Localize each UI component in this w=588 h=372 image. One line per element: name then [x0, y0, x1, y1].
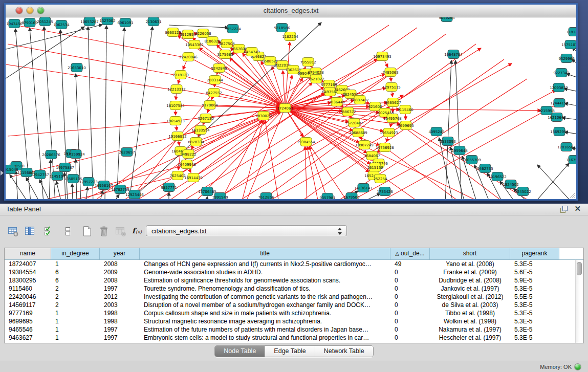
network-node[interactable]: 16055709 — [463, 156, 481, 164]
cell-pagerank[interactable]: 5.3E-5 — [510, 317, 559, 325]
cell-pagerank[interactable]: 5.3E-5 — [510, 301, 559, 309]
network-node[interactable]: 1167534 — [566, 156, 576, 164]
network-node[interactable]: 16409948 — [178, 160, 196, 169]
network-node[interactable]: 12093832 — [550, 83, 568, 92]
network-node[interactable]: 9465627 — [385, 98, 401, 107]
cell-title[interactable]: Changes of HCN gene expression and I(f) … — [140, 260, 390, 268]
cell-name[interactable]: 19384554 — [5, 268, 51, 276]
network-node[interactable]: 8660123 — [165, 28, 181, 37]
scrollbar-thumb[interactable] — [577, 262, 582, 275]
network-node[interactable]: 252254 — [374, 174, 387, 183]
network-node[interactable]: 2226058 — [195, 29, 211, 38]
network-node[interactable]: 1724063 — [277, 104, 293, 113]
network-node[interactable]: 7485063 — [382, 68, 398, 77]
select-all-columns-icon[interactable] — [43, 225, 55, 237]
network-node[interactable]: 9115460 — [397, 105, 413, 114]
cell-year[interactable]: 1997 — [100, 285, 140, 293]
network-window-titlebar[interactable]: citations_edges.txt — [6, 5, 576, 17]
cell-short[interactable]: Dudbridge et al. (2008) — [430, 276, 510, 285]
cell-name[interactable]: 9777169 — [5, 309, 51, 317]
network-node[interactable]: 19654923 — [166, 117, 185, 125]
cell-in_degree[interactable]: 6 — [51, 268, 100, 276]
cell-name[interactable]: 9463627 — [5, 334, 51, 342]
cell-short[interactable]: Franke et al. (2009) — [430, 268, 510, 276]
cell-in_degree[interactable]: 1 — [51, 317, 100, 325]
network-node[interactable]: 7957224 — [225, 25, 241, 33]
network-node[interactable]: 8790169 — [21, 18, 37, 27]
tab-network-table[interactable]: Network Table — [315, 346, 373, 357]
cell-pagerank[interactable]: 5.3E-5 — [510, 309, 559, 317]
network-view-window[interactable]: citations_edges.txt 17240632242004692428… — [4, 3, 578, 201]
network-node[interactable]: 2620657 — [119, 148, 135, 157]
cell-pagerank[interactable]: 5.5E-5 — [510, 293, 559, 301]
cell-in_degree[interactable]: 6 — [51, 276, 100, 285]
network-node[interactable]: 1924502 — [503, 180, 518, 189]
table-row[interactable]: 1938455462009Genome-wide association stu… — [5, 268, 583, 276]
cell-short[interactable]: de Silva et al. (2003) — [430, 301, 510, 309]
network-node[interactable]: 22420046 — [179, 53, 198, 61]
cell-in_degree[interactable]: 1 — [51, 309, 100, 317]
network-node[interactable]: 1062534 — [53, 20, 70, 29]
column-header-short[interactable]: short — [430, 248, 510, 259]
network-node[interactable]: 18107584 — [166, 101, 185, 110]
delete-table-disabled-icon[interactable] — [115, 225, 127, 237]
network-node[interactable]: 12444158 — [550, 99, 569, 107]
cell-pagerank[interactable]: 5.3E-5 — [510, 260, 559, 268]
cell-in_degree[interactable]: 1 — [51, 334, 100, 342]
cell-pagerank[interactable]: 5.9E-5 — [510, 276, 559, 285]
cell-name[interactable]: 22420046 — [5, 293, 51, 301]
cell-out_de[interactable]: 0 — [390, 317, 430, 325]
cell-title[interactable]: Genome-wide association studies in ADHD. — [140, 268, 390, 276]
tab-edge-table[interactable]: Edge Table — [265, 346, 314, 357]
network-node[interactable]: 6961091 — [117, 18, 133, 27]
table-scrollbar[interactable] — [575, 260, 583, 343]
tab-node-table[interactable]: Node Table — [215, 346, 265, 357]
network-node[interactable]: 16914479 — [184, 173, 203, 182]
cell-year[interactable]: 2008 — [100, 260, 140, 268]
cell-out_de[interactable]: 0 — [390, 268, 430, 276]
cell-name[interactable]: 18300295 — [5, 276, 51, 285]
cell-year[interactable]: 1997 — [100, 334, 140, 342]
cell-pagerank[interactable]: 5.3E-5 — [510, 325, 559, 334]
network-node[interactable]: 3175685 — [217, 50, 233, 59]
cell-title[interactable]: Embryonic stem cells: a model to study s… — [140, 334, 390, 342]
network-node[interactable]: 7625402 — [169, 171, 185, 180]
cell-year[interactable]: 2012 — [100, 293, 140, 301]
cell-title[interactable]: Structural magnetic resonance image aver… — [140, 317, 390, 325]
table-row[interactable]: 946362711997Embryonic stem cells: a mode… — [5, 334, 583, 342]
network-node[interactable]: 9699695 — [398, 121, 413, 130]
network-node[interactable]: 19756928 — [376, 143, 394, 152]
table-row[interactable]: 969969511998Structural magnetic resonanc… — [5, 317, 583, 325]
network-node[interactable]: 1830029 — [255, 112, 271, 120]
cell-out_de[interactable]: 0 — [390, 276, 430, 285]
cell-in_degree[interactable]: 1 — [51, 260, 100, 268]
cell-name[interactable]: 9115460 — [5, 285, 51, 293]
network-node[interactable]: 8454749 — [244, 48, 259, 56]
network-node[interactable]: 10653287 — [80, 17, 99, 26]
network-node[interactable]: 1182254 — [282, 32, 298, 41]
network-node[interactable]: 2130631 — [145, 17, 161, 26]
network-node[interactable]: 1733426 — [377, 187, 393, 196]
cell-year[interactable]: 1998 — [100, 317, 140, 325]
network-node[interactable]: 1991549 — [212, 193, 228, 200]
network-canvas[interactable]: 1724063224200469242848271812028031441221… — [6, 17, 576, 199]
network-node[interactable]: 1679505 — [343, 193, 359, 200]
cell-out_de[interactable]: 0 — [390, 309, 430, 317]
cell-in_degree[interactable]: 2 — [51, 301, 100, 309]
cell-pagerank[interactable]: 5.3E-5 — [510, 285, 559, 293]
column-header-year[interactable]: year — [100, 248, 140, 259]
cell-in_degree[interactable]: 2 — [51, 293, 100, 301]
network-node[interactable]: 9218586 — [274, 24, 290, 32]
cell-short[interactable]: Hescheler et al. (1997) — [430, 334, 510, 342]
network-node[interactable]: 2803144 — [207, 76, 223, 84]
network-node[interactable]: 9170064 — [202, 101, 218, 110]
citation-network-graph[interactable]: 1724063224200469242848271812028031441221… — [6, 17, 576, 199]
cell-year[interactable]: 2003 — [100, 301, 140, 309]
network-node[interactable]: 19166852 — [168, 132, 187, 141]
network-node[interactable]: 2718120 — [172, 71, 188, 79]
network-node[interactable]: 9857771 — [161, 183, 177, 192]
show-columns-icon[interactable] — [24, 225, 36, 237]
network-node[interactable]: 19975887 — [56, 163, 74, 172]
network-node[interactable]: 15706485 — [198, 187, 216, 196]
network-node[interactable]: 8533093 — [440, 137, 455, 146]
